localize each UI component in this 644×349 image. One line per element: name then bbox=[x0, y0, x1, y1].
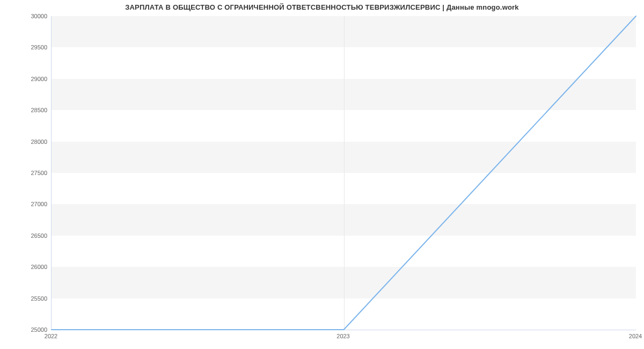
y-tick-label: 29000 bbox=[4, 76, 47, 82]
line-series-layer bbox=[52, 16, 636, 330]
y-tick-label: 25500 bbox=[4, 295, 47, 302]
y-tick-label: 29500 bbox=[4, 44, 47, 50]
y-tick-label: 28500 bbox=[4, 107, 47, 113]
x-tick-label: 2024 bbox=[629, 333, 642, 339]
y-tick-label: 25000 bbox=[4, 326, 47, 333]
y-tick-label: 27000 bbox=[4, 201, 47, 207]
chart-container: ЗАРПЛАТА В ОБЩЕСТВО С ОГРАНИЧЕННОЙ ОТВЕТ… bbox=[0, 0, 644, 349]
y-tick-label: 27500 bbox=[4, 170, 47, 176]
y-tick-label: 28000 bbox=[4, 139, 47, 145]
x-tick-label: 2023 bbox=[336, 333, 349, 339]
y-tick-label: 30000 bbox=[4, 13, 47, 19]
salary-line bbox=[52, 16, 636, 330]
x-tick-label: 2022 bbox=[45, 333, 57, 339]
chart-title: ЗАРПЛАТА В ОБЩЕСТВО С ОГРАНИЧЕННОЙ ОТВЕТ… bbox=[0, 3, 644, 11]
y-tick-label: 26000 bbox=[4, 264, 47, 270]
plot-area bbox=[51, 16, 636, 330]
y-tick-label: 26500 bbox=[4, 232, 47, 239]
